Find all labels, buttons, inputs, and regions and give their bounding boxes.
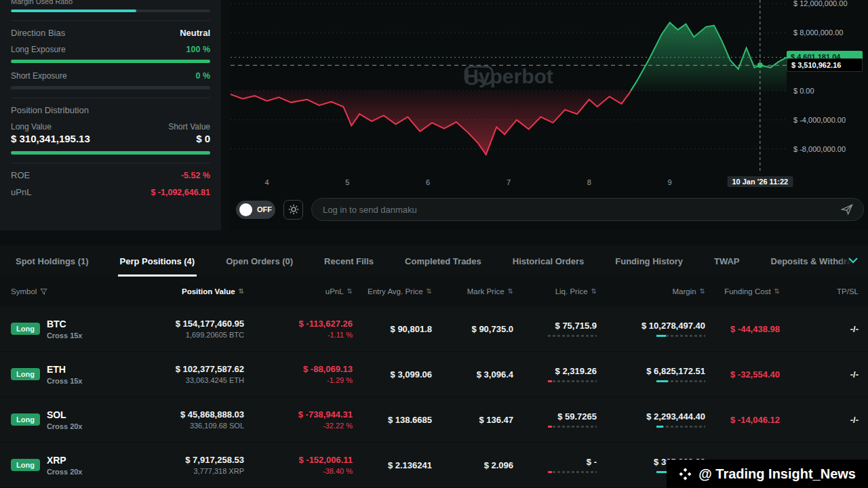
- margin-gauge: [656, 335, 705, 337]
- position-value: $ 102,377,587.62: [145, 364, 244, 374]
- sort-icon: ⇅: [427, 288, 432, 295]
- liq-gauge: [548, 335, 597, 337]
- margin-value: $ 2,293,444.40: [601, 411, 705, 422]
- divider: [11, 20, 210, 21]
- sort-icon: ⇅: [774, 288, 780, 295]
- liq-gauge: [548, 471, 597, 473]
- attribution-bar: @ Trading Insight_News: [667, 460, 868, 488]
- short-exposure-value: 0 %: [195, 71, 210, 81]
- position-row-btc[interactable]: Long BTC Cross 15x $ 154,177,460.951,699…: [0, 306, 868, 352]
- position-row-eth[interactable]: Long ETH Cross 15x $ 102,377,587.6233,06…: [0, 352, 868, 397]
- tpsl-value[interactable]: -/-: [784, 324, 859, 334]
- send-icon[interactable]: [840, 203, 854, 216]
- current-value-badge: $ 3,510,962.16: [787, 58, 863, 72]
- liq-gauge: [548, 380, 597, 382]
- tpsl-value[interactable]: -/-: [784, 415, 859, 425]
- leverage: Cross 15x: [47, 377, 83, 385]
- col-header-label: uPnL: [326, 287, 344, 296]
- col-header-label: TP/SL: [837, 287, 859, 296]
- sort-icon: ⇅: [508, 288, 513, 295]
- danmaku-input[interactable]: [321, 204, 840, 216]
- sort-icon: ⇅: [591, 288, 597, 295]
- col-header-label: Margin: [672, 287, 696, 296]
- chart-y-axis: $ 12,000,000.00$ 8,000,000.00$ 0.00$ -4,…: [787, 0, 868, 173]
- roe-label: ROE: [11, 170, 30, 180]
- mark-price: $ 2.096: [437, 460, 513, 470]
- leverage: Cross 15x: [47, 331, 83, 340]
- tab-funding-history[interactable]: Funding History: [599, 245, 698, 277]
- liq-price: $ -: [517, 457, 597, 467]
- danmaku-controls: OFF: [236, 197, 864, 222]
- distribution-bar: [11, 151, 210, 155]
- symbol-block: SOL Cross 20x: [47, 409, 83, 430]
- upnl-value: $ -88,069.13: [258, 364, 353, 374]
- positions-tab-bar: Spot Holdings (1)Perp Positions (4)Open …: [0, 245, 868, 277]
- funding-cost: $ -44,438.98: [709, 324, 780, 334]
- tab-open-orders-0[interactable]: Open Orders (0): [210, 245, 309, 277]
- direction-bias-row: Direction Bias Neutral: [11, 28, 210, 38]
- margin-ratio-bar: [11, 9, 210, 12]
- tabs-overflow-button[interactable]: [838, 245, 868, 276]
- entry-price: $ 138.6685: [359, 415, 432, 425]
- col-header-entry-avg-price[interactable]: Entry Avg. Price⇅: [359, 287, 437, 296]
- short-exposure-bar: [11, 86, 210, 89]
- y-tick-label: $ 0.00: [793, 87, 814, 95]
- upnl-value: $ -113,627.26: [258, 319, 353, 329]
- pnl-chart-panel: Hyperbot $ 12,000,000.00$ 8,000,000.00$ …: [231, 0, 868, 230]
- tab-perp-positions-4[interactable]: Perp Positions (4): [104, 245, 211, 277]
- position-row-sol[interactable]: Long SOL Cross 20x $ 45,868,888.03336,10…: [0, 397, 868, 443]
- tab-historical-orders[interactable]: Historical Orders: [497, 245, 600, 277]
- short-exposure-label: Short Exposure: [11, 71, 67, 81]
- col-header-tp-sl[interactable]: TP/SL: [784, 287, 868, 296]
- sort-icon: ⇅: [347, 288, 353, 295]
- margin-gauge: [656, 426, 705, 428]
- divider: [11, 163, 210, 163]
- col-header-margin[interactable]: Margin⇅: [601, 287, 709, 296]
- sort-icon: ⇅: [239, 288, 244, 295]
- distribution-fill: [11, 151, 210, 155]
- tab-recent-fills[interactable]: Recent Fills: [309, 245, 389, 277]
- upnl-percent: -1.11 %: [258, 331, 353, 339]
- leverage: Cross 20x: [47, 422, 83, 430]
- distribution-values-row: $ 310,341,195.13 $ 0: [11, 133, 210, 144]
- long-exposure-bar: [11, 60, 210, 63]
- funding-cost: $ -14,046.12: [709, 415, 780, 425]
- col-header-upnl[interactable]: uPnL⇅: [258, 287, 359, 296]
- col-header-label: Mark Price: [467, 287, 505, 296]
- mark-price: $ 3,096.4: [437, 369, 513, 380]
- liq-price: $ 2,319.26: [517, 366, 597, 376]
- danmaku-settings-button[interactable]: [283, 200, 303, 220]
- col-header-label: Position Value: [182, 287, 235, 296]
- symbol: ETH: [47, 364, 83, 375]
- long-value-label: Long Value: [11, 122, 52, 131]
- cursor-time-label: 10 Jan '26 11:22: [727, 176, 793, 187]
- tab-completed-trades[interactable]: Completed Trades: [389, 245, 497, 277]
- tab-spot-holdings-1[interactable]: Spot Holdings (1): [0, 245, 104, 277]
- pnl-chart[interactable]: [231, 0, 787, 173]
- upnl-row: uPnL $ -1,092,646.81: [11, 187, 210, 197]
- liq-price: $ 75,715.9: [517, 321, 597, 331]
- positions-table-header: SymbolPosition Value⇅uPnL⇅Entry Avg. Pri…: [0, 277, 868, 306]
- upnl-value: $ -1,092,646.81: [151, 188, 210, 197]
- tab-twap[interactable]: TWAP: [698, 245, 755, 277]
- side-badge: Long: [11, 413, 40, 426]
- liq-price: $ 59.7265: [517, 411, 597, 422]
- pnl-chart-plot[interactable]: Hyperbot: [231, 0, 787, 173]
- tpsl-value[interactable]: -/-: [784, 369, 859, 380]
- entry-price: $ 2.136241: [359, 460, 432, 470]
- col-header-label: Symbol: [11, 287, 37, 296]
- upnl-percent: -1.29 %: [258, 376, 353, 384]
- col-header-liq-price[interactable]: Liq. Price⇅: [517, 287, 601, 296]
- leverage: Cross 20x: [47, 468, 83, 476]
- long-exposure-fill: [11, 60, 210, 63]
- mark-price: $ 136.47: [437, 415, 513, 425]
- long-exposure-value: 100 %: [186, 45, 210, 54]
- col-header-position-value[interactable]: Position Value⇅: [145, 287, 258, 296]
- col-header-symbol[interactable]: Symbol: [0, 287, 145, 296]
- danmaku-input-wrap: [311, 198, 864, 221]
- danmaku-toggle[interactable]: OFF: [236, 201, 275, 219]
- col-header-funding-cost[interactable]: Funding Cost⇅: [709, 287, 784, 296]
- mark-price: $ 90,735.0: [437, 324, 513, 334]
- toggle-knob-icon: [239, 203, 252, 216]
- col-header-mark-price[interactable]: Mark Price⇅: [437, 287, 517, 296]
